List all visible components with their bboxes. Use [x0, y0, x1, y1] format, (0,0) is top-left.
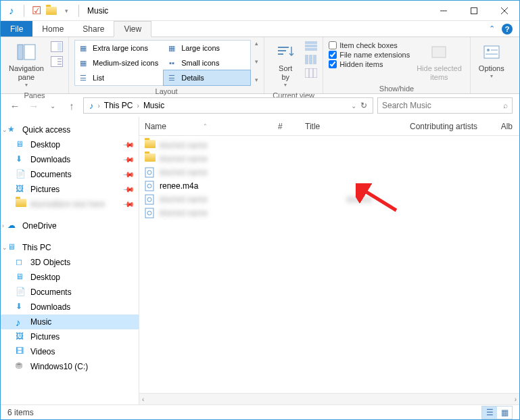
nav-qa-documents[interactable]: 📄Documents📌 — [1, 167, 139, 182]
chevron-down-icon: ▾ — [284, 82, 287, 89]
qat-sep — [24, 5, 24, 17]
layout-medium[interactable]: ▦Medium-sized icons — [75, 55, 164, 70]
search-box[interactable]: ⌕ — [377, 97, 513, 114]
nav-videos[interactable]: 🎞Videos — [1, 344, 139, 359]
svg-rect-16 — [305, 45, 317, 47]
crumb-sep[interactable]: › — [97, 102, 101, 110]
qat-properties-icon[interactable]: ☑ — [31, 5, 42, 16]
preview-pane-icon[interactable] — [51, 41, 63, 55]
file-row[interactable]: blurred name — [139, 166, 519, 179]
tab-file[interactable]: File — [1, 21, 32, 37]
nav-onedrive-section: › ☁ OneDrive — [1, 218, 139, 233]
layout-large[interactable]: ▦Large icons — [164, 41, 250, 55]
view-details-toggle[interactable]: ☰ — [482, 406, 497, 419]
file-name: renee.m4a — [160, 181, 198, 191]
file-row[interactable]: blurred name — [139, 206, 519, 220]
col-name[interactable]: Name⌃ — [139, 122, 271, 131]
nav-qa-pictures[interactable]: 🖼Pictures📌 — [1, 182, 139, 197]
refresh-button[interactable]: ↻ — [358, 101, 370, 110]
file-name: blurred name — [160, 141, 208, 150]
chevron-down-icon[interactable]: ⌄ — [2, 244, 7, 251]
search-input[interactable] — [382, 101, 499, 110]
tab-view[interactable]: View — [114, 21, 151, 37]
col-contributing[interactable]: Contributing artists — [403, 122, 494, 131]
nav-3d-objects[interactable]: ◻3D Objects — [1, 255, 139, 270]
crumb-sep[interactable]: › — [136, 102, 141, 110]
nav-qa-downloads[interactable]: ⬇Downloads📌 — [1, 152, 139, 167]
nav-desktop[interactable]: 🖥Desktop — [1, 270, 139, 285]
collapse-ribbon-icon[interactable]: ⌃ — [489, 24, 495, 33]
breadcrumb[interactable]: ♪ › This PC › Music ⌄ ↻ — [83, 97, 373, 114]
pin-icon: 📌 — [122, 197, 135, 210]
layout-list[interactable]: ☰List — [75, 70, 164, 85]
sort-by-button[interactable]: Sort by ▾ — [270, 40, 301, 90]
qat-dropdown-icon[interactable]: ▾ — [61, 5, 72, 16]
size-columns-icon[interactable] — [305, 68, 317, 80]
recent-locations-button[interactable]: ⌄ — [45, 98, 60, 113]
documents-icon: 📄 — [16, 169, 26, 180]
nav-pictures[interactable]: 🖼Pictures — [1, 329, 139, 344]
qat-new-folder-icon[interactable] — [46, 5, 57, 16]
maximize-button[interactable] — [458, 1, 489, 20]
layout-extra-large[interactable]: ▦Extra large icons — [75, 41, 164, 55]
view-large-toggle[interactable]: ▦ — [497, 406, 512, 419]
file-row[interactable]: blurred name — [139, 152, 519, 166]
group-by-icon[interactable] — [305, 41, 317, 53]
check-item-check-boxes[interactable]: Item check boxes — [329, 41, 410, 49]
nav-qa-desktop[interactable]: 🖥Desktop📌 — [1, 137, 139, 152]
check-file-extensions[interactable]: File name extensions — [329, 51, 410, 59]
file-row[interactable]: blurred nameblurred — [139, 193, 519, 206]
layout-group-label: Layout — [74, 86, 258, 97]
crumb-music[interactable]: Music — [141, 101, 167, 110]
chevron-right-icon[interactable]: › — [2, 223, 4, 229]
nav-qa-blurred[interactable]: blurreditem text here📌 — [1, 197, 139, 212]
svg-rect-19 — [309, 55, 312, 64]
col-album[interactable]: Alb — [494, 122, 519, 131]
layout-expand-icon[interactable]: ▾ — [255, 76, 258, 83]
file-list[interactable]: blurred nameblurred nameblurred namerene… — [139, 136, 519, 393]
layout-scroll-down-icon[interactable]: ▾ — [255, 58, 258, 65]
layout-scroll-up-icon[interactable]: ▴ — [255, 40, 258, 47]
layout-details[interactable]: ☰Details — [163, 70, 251, 86]
file-row[interactable]: blurred name — [139, 139, 519, 152]
options-button[interactable]: Options ▾ — [476, 40, 507, 81]
audio-icon — [145, 167, 156, 178]
ribbon: Navigation pane ▾ Panes ▦Extra large ico… — [1, 37, 519, 94]
crumb-this-pc[interactable]: This PC — [101, 101, 136, 110]
details-pane-icon[interactable] — [51, 56, 63, 70]
nav-downloads[interactable]: ⬇Downloads — [1, 300, 139, 314]
downloads-icon: ⬇ — [16, 302, 26, 312]
tab-share[interactable]: Share — [73, 21, 114, 37]
nav-this-pc[interactable]: ⌄ 🖥 This PC — [1, 240, 139, 255]
navigation-pane-button[interactable]: Navigation pane ▾ — [6, 40, 47, 90]
col-number[interactable]: # — [271, 122, 298, 131]
back-button[interactable]: ← — [7, 98, 22, 113]
file-row[interactable]: renee.m4a — [139, 179, 519, 193]
chevron-down-icon[interactable]: ⌄ — [2, 126, 7, 133]
ribbon-tabs: File Home Share View ⌃ ? — [1, 21, 519, 37]
window-title: Music — [82, 6, 428, 16]
qat: ♪ ☑ ▾ — [1, 5, 82, 17]
close-button[interactable] — [489, 1, 519, 20]
navigation-pane[interactable]: ⌄ ★ Quick access 🖥Desktop📌 ⬇Downloads📌 📄… — [1, 117, 139, 404]
minimize-button[interactable] — [428, 1, 458, 20]
nav-quick-access[interactable]: ⌄ ★ Quick access — [1, 122, 139, 137]
svg-rect-35 — [145, 208, 153, 218]
tab-home[interactable]: Home — [32, 21, 73, 37]
horizontal-scrollbar[interactable]: ‹ › — [139, 393, 519, 404]
nav-documents[interactable]: 📄Documents — [1, 285, 139, 300]
nav-onedrive[interactable]: › ☁ OneDrive — [1, 218, 139, 233]
check-hidden-items[interactable]: Hidden items — [329, 60, 410, 68]
show-hide-group-label: Show/hide — [329, 83, 465, 94]
hide-selected-button: Hide selected items — [414, 40, 465, 83]
nav-music[interactable]: ♪Music — [1, 314, 139, 329]
forward-button[interactable]: → — [26, 98, 41, 113]
search-icon[interactable]: ⌕ — [503, 101, 508, 110]
nav-drive-c[interactable]: ⛃Windows10 (C:) — [1, 359, 139, 374]
help-icon[interactable]: ? — [502, 24, 513, 34]
col-title[interactable]: Title — [298, 122, 403, 131]
layout-small[interactable]: ▪▪Small icons — [164, 55, 250, 70]
up-button[interactable]: ↑ — [64, 98, 79, 113]
add-columns-icon[interactable] — [305, 55, 317, 67]
address-dropdown-icon[interactable]: ⌄ — [350, 102, 358, 110]
